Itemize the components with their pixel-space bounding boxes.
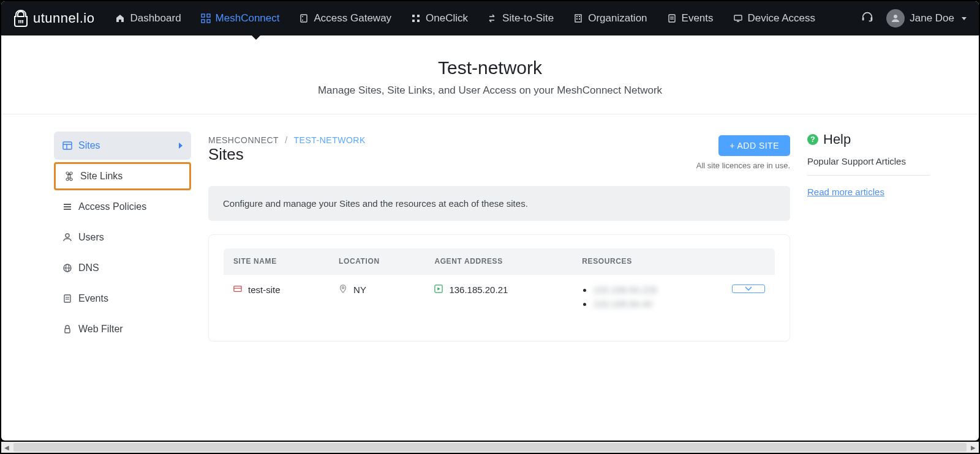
pin-icon xyxy=(339,285,347,295)
user-icon xyxy=(62,233,72,242)
resource-item: 103.108.94.226 xyxy=(593,285,657,295)
sites-table: SITE NAME LOCATION AGENT ADDRESS RESOURC… xyxy=(224,248,775,322)
nav-label: Dashboard xyxy=(130,12,181,24)
command-icon xyxy=(64,171,74,181)
svg-rect-28 xyxy=(871,17,873,21)
cell-site-name: test-site xyxy=(248,285,281,295)
col-agent-address: AGENT ADDRESS xyxy=(424,248,572,275)
svg-rect-6 xyxy=(202,14,205,17)
scroll-track[interactable] xyxy=(13,443,967,452)
svg-rect-10 xyxy=(301,15,307,22)
window-icon xyxy=(62,141,72,151)
cell-resources: 103.108.94.226 103.108.94.49 xyxy=(593,285,712,309)
person-icon xyxy=(890,13,901,24)
swap-icon xyxy=(488,13,497,23)
nav-dashboard[interactable]: Dashboard xyxy=(113,9,183,28)
clipboard-icon xyxy=(667,13,677,23)
lock-icon xyxy=(62,324,72,334)
horizontal-scrollbar[interactable]: ◀ ▶ xyxy=(1,442,979,453)
nav-meshconnect[interactable]: MeshConnect xyxy=(198,9,282,28)
nav-label: MeshConnect xyxy=(216,12,280,24)
svg-rect-43 xyxy=(65,329,70,333)
nav-events[interactable]: Events xyxy=(665,9,716,28)
chevron-down-icon xyxy=(745,286,752,291)
svg-rect-34 xyxy=(64,206,71,207)
brand-text: utunnel.io xyxy=(33,10,94,26)
building-icon xyxy=(573,13,583,23)
nav-access-gateway[interactable]: Access Gateway xyxy=(296,9,394,28)
user-menu[interactable]: Jane Doe xyxy=(886,9,967,28)
nav-label: Device Access xyxy=(748,12,816,24)
main-content: MESHCONNECT / TEST-NETWORK Sites + ADD S… xyxy=(208,132,790,346)
globe-icon xyxy=(62,263,72,273)
sidebar-item-events[interactable]: Events xyxy=(54,285,191,313)
sites-table-card: SITE NAME LOCATION AGENT ADDRESS RESOURC… xyxy=(208,234,790,341)
chevron-right-icon xyxy=(179,143,183,149)
nav-label: Events xyxy=(682,12,714,24)
svg-rect-13 xyxy=(412,15,415,17)
help-panel: ? Help Popular Support Articles Read mor… xyxy=(807,132,930,346)
nav-oneclick[interactable]: OneClick xyxy=(409,9,470,28)
scroll-left-arrow[interactable]: ◀ xyxy=(1,442,12,453)
user-name: Jane Doe xyxy=(910,12,954,24)
nav-site-to-site[interactable]: Site-to-Site xyxy=(485,9,556,28)
server-icon xyxy=(299,13,309,23)
network-title: Test-network xyxy=(1,58,979,78)
sidebar: Sites Site Links Access Policies Users D… xyxy=(54,132,191,346)
cell-location: NY xyxy=(353,285,366,295)
sidebar-item-access-policies[interactable]: Access Policies xyxy=(54,193,191,221)
home-icon xyxy=(115,13,125,23)
svg-rect-20 xyxy=(576,18,578,20)
brand-logo[interactable]: utunnel.io xyxy=(13,10,94,27)
sidebar-item-web-filter[interactable]: Web Filter xyxy=(54,315,191,343)
svg-rect-9 xyxy=(207,20,210,23)
svg-rect-27 xyxy=(862,17,864,21)
read-more-link[interactable]: Read more articles xyxy=(807,187,884,197)
nav-label: Access Gateway xyxy=(314,12,391,24)
grid-icon xyxy=(411,13,421,23)
sidebar-item-dns[interactable]: DNS xyxy=(54,254,191,282)
breadcrumb-current[interactable]: TEST-NETWORK xyxy=(294,135,366,145)
col-location: LOCATION xyxy=(329,248,424,275)
svg-rect-22 xyxy=(669,15,675,22)
support-headset-icon[interactable] xyxy=(861,10,874,26)
sidebar-item-sites[interactable]: Sites xyxy=(54,132,191,160)
sidebar-item-site-links[interactable]: Site Links xyxy=(54,162,191,190)
sidebar-item-label: Users xyxy=(78,232,104,243)
col-site-name: SITE NAME xyxy=(224,248,329,275)
svg-rect-8 xyxy=(202,20,205,23)
svg-rect-21 xyxy=(579,18,580,20)
sidebar-item-users[interactable]: Users xyxy=(54,223,191,251)
svg-rect-7 xyxy=(207,14,210,17)
top-nav: utunnel.io Dashboard MeshConnect Access … xyxy=(1,1,979,35)
nav-label: Organization xyxy=(588,12,647,24)
svg-rect-25 xyxy=(734,15,742,20)
breadcrumb-root[interactable]: MESHCONNECT xyxy=(208,135,279,145)
breadcrumb-separator: / xyxy=(285,135,287,145)
sidebar-item-label: Web Filter xyxy=(78,324,123,335)
help-icon: ? xyxy=(807,134,818,145)
svg-point-29 xyxy=(894,15,897,18)
resource-item: 103.108.94.49 xyxy=(593,299,652,309)
licence-note: All site licences are in use. xyxy=(696,161,790,170)
clipboard-icon xyxy=(62,294,72,303)
nav-label: Site-to-Site xyxy=(502,12,554,24)
network-subtitle: Manage Sites, Site Links, and User Acces… xyxy=(1,84,979,97)
svg-rect-44 xyxy=(234,286,241,292)
svg-rect-19 xyxy=(579,16,580,17)
add-site-button[interactable]: + ADD SITE xyxy=(718,135,790,156)
list-icon xyxy=(62,202,72,212)
help-popular-label: Popular Support Articles xyxy=(807,156,930,166)
table-row[interactable]: test-site NY xyxy=(224,275,775,323)
svg-rect-30 xyxy=(63,142,72,149)
nav-device-access[interactable]: Device Access xyxy=(731,9,818,28)
row-expand-button[interactable] xyxy=(732,285,765,293)
lock-shield-icon xyxy=(13,10,28,27)
nav-organization[interactable]: Organization xyxy=(571,9,649,28)
scroll-right-arrow[interactable]: ▶ xyxy=(968,442,979,453)
sidebar-item-label: Site Links xyxy=(80,171,123,182)
sidebar-item-label: DNS xyxy=(78,262,99,274)
svg-point-11 xyxy=(302,16,303,17)
site-icon xyxy=(233,285,242,295)
sidebar-item-label: Access Policies xyxy=(78,201,146,212)
